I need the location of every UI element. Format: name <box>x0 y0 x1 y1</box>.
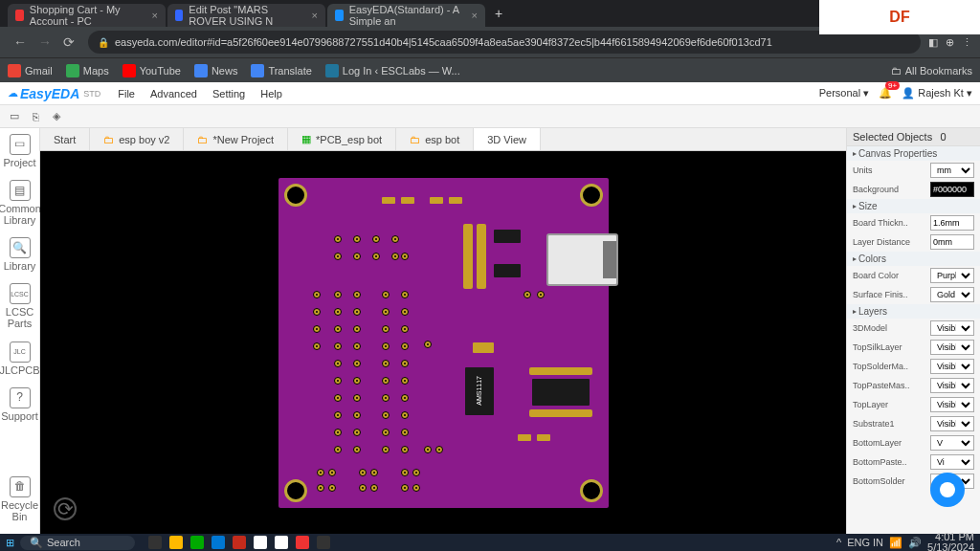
layer-visibility-select[interactable]: Visibl <box>930 378 974 393</box>
layer-label: TopLayer <box>853 400 888 409</box>
taskbar-app-icon[interactable] <box>275 536 288 549</box>
menu-help[interactable]: Help <box>260 88 282 99</box>
via <box>313 342 321 350</box>
surface-finish-select[interactable]: Gold <box>930 287 974 302</box>
rail-common-library[interactable]: ▤Common Library <box>0 180 41 226</box>
tray-wifi-icon[interactable]: 📶 <box>889 537 902 549</box>
extension-icon[interactable]: ◧ <box>928 36 938 49</box>
bookmark[interactable]: Gmail <box>8 64 53 77</box>
taskbar-app-icon[interactable] <box>296 536 309 549</box>
rail-recycle[interactable]: 🗑Recycle Bin <box>0 476 39 522</box>
browser-tab[interactable]: Edit Post "MARS ROVER USING N× <box>167 4 325 27</box>
taskbar-app-icon[interactable] <box>148 536 162 549</box>
bookmark[interactable]: Maps <box>66 64 109 77</box>
rail-lcsc[interactable]: LCSCLCSC Parts <box>0 283 39 329</box>
notifications-button[interactable]: 🔔9+ <box>879 87 892 99</box>
browser-tab[interactable]: EasyEDA(Standard) - A Simple an× <box>327 4 485 27</box>
doc-tab-3dview[interactable]: 3D View <box>474 128 541 150</box>
reload-button[interactable]: ⟳ <box>63 34 75 50</box>
bookmark[interactable]: Translate <box>251 64 311 77</box>
via <box>382 429 390 436</box>
browser-tab[interactable]: Shopping Cart - My Account - PC× <box>8 4 166 27</box>
chip-icon: ▤ <box>10 180 31 201</box>
rail-jlcpcb[interactable]: JLCJLCPCB <box>0 342 40 376</box>
chat-button[interactable] <box>930 473 965 507</box>
layer-label: BottomSolder <box>853 476 905 486</box>
bookmark[interactable]: News <box>194 64 238 77</box>
forward-button[interactable]: → <box>38 34 52 50</box>
layer-visibility-select[interactable]: Vi <box>930 454 974 470</box>
taskbar-search[interactable]: 🔍Search <box>20 536 135 550</box>
3d-viewport[interactable]: ⟳ AMS1117 <box>40 151 846 534</box>
layer-visibility-select[interactable]: Visibl <box>930 340 974 355</box>
tray-date[interactable]: 5/13/2024 <box>927 542 974 551</box>
bookmark[interactable]: Log In ‹ ESCLabs — W... <box>325 64 460 77</box>
rail-support[interactable]: ?Support <box>1 387 38 422</box>
start-button[interactable]: ⊞ <box>6 537 14 549</box>
user-menu[interactable]: 👤 Rajesh Kt ▾ <box>902 87 972 99</box>
personal-dropdown[interactable]: Personal ▾ <box>819 87 869 99</box>
via <box>424 446 432 453</box>
toolbar-icon[interactable]: ⎘ <box>33 111 39 122</box>
translate-icon <box>251 64 264 77</box>
bookmark[interactable]: YouTube <box>122 64 181 77</box>
layer-visibility-select[interactable]: Visibl <box>930 320 974 336</box>
section-size[interactable]: Size <box>847 199 980 213</box>
properties-panel: Selected Objects 0 Canvas Properties Uni… <box>846 128 980 534</box>
layer-visibility-select[interactable]: Visibl <box>930 359 974 374</box>
via <box>401 291 409 298</box>
via <box>334 446 342 453</box>
tray-volume-icon[interactable]: 🔊 <box>908 537 922 549</box>
layer-distance-input[interactable] <box>930 234 974 250</box>
doc-tab[interactable]: 🗀esp boy v2 <box>90 128 184 150</box>
layer-distance-label: Layer Distance <box>853 237 910 247</box>
taskbar-app-icon[interactable] <box>190 536 204 549</box>
menu-advanced[interactable]: Advanced <box>150 88 197 99</box>
doc-tab[interactable]: 🗀*New Project <box>184 128 288 150</box>
section-canvas[interactable]: Canvas Properties <box>847 146 980 161</box>
via <box>382 377 390 385</box>
thickness-input[interactable] <box>930 215 974 231</box>
menu-setting[interactable]: Setting <box>212 88 245 99</box>
youtube-icon <box>122 64 136 77</box>
all-bookmarks[interactable]: 🗀All Bookmarks <box>891 65 972 77</box>
section-layers[interactable]: Layers <box>847 304 980 319</box>
taskbar-app-icon[interactable] <box>233 536 246 549</box>
via <box>334 253 342 260</box>
background-input[interactable] <box>930 182 974 197</box>
jlc-icon: JLC <box>10 342 31 363</box>
refresh-3d-button[interactable]: ⟳ <box>54 497 77 520</box>
menu-icon[interactable]: ⋮ <box>962 36 972 49</box>
layer-visibility-select[interactable]: V <box>930 435 974 451</box>
back-button[interactable]: ← <box>13 34 27 50</box>
taskbar-app-icon[interactable] <box>169 536 183 549</box>
new-tab-button[interactable]: + <box>495 6 502 21</box>
doc-tab[interactable]: ▦*PCB_esp bot <box>288 128 396 150</box>
layer-visibility-select[interactable]: Visibl <box>930 416 974 431</box>
tray-lang[interactable]: ENG IN <box>847 537 883 548</box>
via <box>334 377 342 385</box>
units-select[interactable]: mm <box>930 163 974 178</box>
url-input[interactable]: 🔒easyeda.com/editor#id=a5f26f60ee914e079… <box>88 31 921 54</box>
layer-visibility-select[interactable]: Visibl <box>930 397 974 412</box>
toolbar-icon[interactable]: ◈ <box>53 110 60 122</box>
rail-project[interactable]: ▭Project <box>3 134 35 168</box>
taskbar-app-icon[interactable] <box>317 536 330 549</box>
taskbar-app-icon[interactable] <box>212 536 225 549</box>
via <box>401 429 409 436</box>
menu-file[interactable]: File <box>118 88 135 99</box>
close-icon[interactable]: × <box>152 10 158 21</box>
section-colors[interactable]: Colors <box>847 252 980 266</box>
doc-tab-start[interactable]: Start <box>40 128 90 150</box>
via <box>328 469 336 476</box>
close-icon[interactable]: × <box>312 10 318 21</box>
toolbar-icon[interactable]: ▭ <box>10 110 19 122</box>
usb-connector <box>546 233 618 286</box>
taskbar-app-icon[interactable] <box>254 536 267 549</box>
board-color-select[interactable]: Purple <box>930 268 974 283</box>
tray-chevron-icon[interactable]: ^ <box>836 537 841 548</box>
extension-icon[interactable]: ⊕ <box>946 36 954 49</box>
rail-library[interactable]: 🔍Library <box>4 237 36 272</box>
doc-tab[interactable]: 🗀esp bot <box>396 128 474 150</box>
close-icon[interactable]: × <box>472 10 478 21</box>
